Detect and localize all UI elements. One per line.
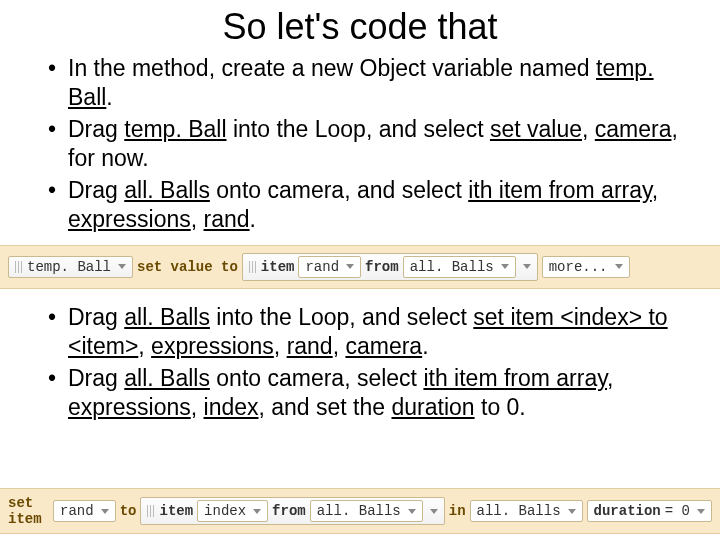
chevron-down-icon (253, 509, 261, 514)
chevron-down-icon (523, 264, 531, 269)
token-item-group[interactable]: item rand from all. Balls (242, 253, 538, 281)
code-bar-2: set item rand to item index from all. Ba… (0, 488, 720, 534)
bullet-item: Drag all. Balls onto camera, and select … (66, 176, 698, 235)
token-more[interactable]: more... (542, 256, 630, 278)
bullet-item: Drag all. Balls into the Loop, and selec… (66, 303, 698, 362)
slide-title: So let's code that (0, 6, 720, 48)
code-bar-1: temp. Ball set value to item rand from a… (0, 245, 720, 289)
token-tempball[interactable]: temp. Ball (8, 256, 133, 278)
bullets-bottom: Drag all. Balls into the Loop, and selec… (22, 303, 698, 423)
token-duration[interactable]: duration = 0 (587, 500, 712, 522)
bullets-top: In the method, create a new Object varia… (22, 54, 698, 235)
chevron-down-icon (101, 509, 109, 514)
chevron-down-icon (501, 264, 509, 269)
token-rand[interactable]: rand (53, 500, 116, 522)
token-allballs-2[interactable]: all. Balls (470, 500, 583, 522)
keyword-set-value: set value to (137, 259, 238, 275)
chevron-down-icon (615, 264, 623, 269)
keyword-set-item: set item (8, 495, 49, 527)
token-item-group[interactable]: item index from all. Balls (140, 497, 444, 525)
keyword-in: in (449, 503, 466, 519)
token-allballs[interactable]: all. Balls (310, 500, 423, 522)
token-rand[interactable]: rand (298, 256, 361, 278)
token-index[interactable]: index (197, 500, 268, 522)
chevron-down-icon (346, 264, 354, 269)
token-allballs[interactable]: all. Balls (403, 256, 516, 278)
bullet-item: Drag all. Balls onto camera, select ith … (66, 364, 698, 423)
bullet-item: Drag temp. Ball into the Loop, and selec… (66, 115, 698, 174)
chevron-down-icon (408, 509, 416, 514)
chevron-down-icon (697, 509, 705, 514)
keyword-to: to (120, 503, 137, 519)
bullet-item: In the method, create a new Object varia… (66, 54, 698, 113)
chevron-down-icon (118, 264, 126, 269)
chevron-down-icon (568, 509, 576, 514)
chevron-down-icon (430, 509, 438, 514)
